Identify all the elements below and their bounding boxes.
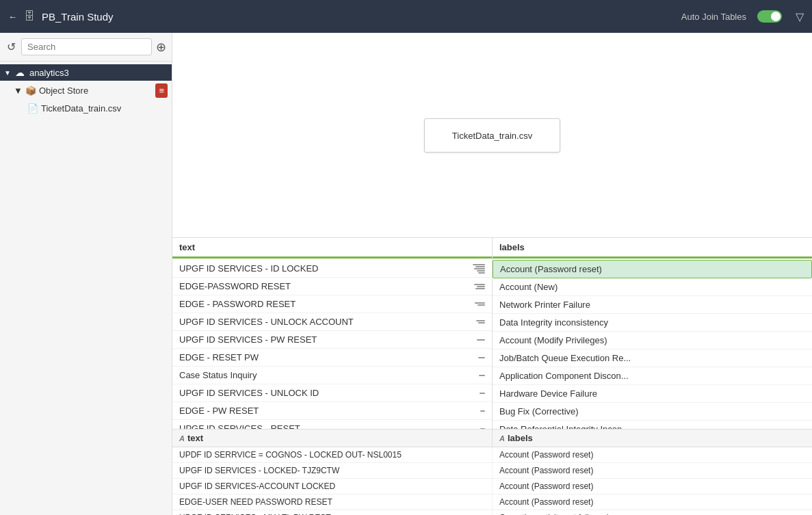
list-item: Data Integrity inconsistency: [493, 314, 812, 332]
filter-icon[interactable]: ▽: [796, 10, 804, 23]
list-item: EDGE - PASSWORD RESET: [172, 295, 492, 313]
labels-type-badge: A: [499, 434, 505, 443]
list-item: Account (Modify Privileges): [493, 332, 812, 349]
object-store-action-button[interactable]: ≡: [155, 83, 168, 98]
text-cell: UPGF ID SERVICES - MY LTL PW REST...: [172, 510, 493, 515]
sidebar-top: ↺ ⊕: [0, 33, 172, 62]
object-store-label: Object Store: [39, 85, 88, 96]
labels-cell: Operative activity not followed...: [493, 510, 812, 515]
list-item: Account (New): [493, 278, 812, 296]
text-cell: UPDF ID SERRVICE = COGNOS - LOCKED OUT- …: [172, 447, 493, 462]
content-area: TicketData_train.csv text UPGF ID SERVIC…: [172, 33, 812, 515]
text-type-badge: A: [179, 434, 185, 443]
csv-label: TicketData_train.csv: [41, 103, 121, 114]
top-section: TicketData_train.csv: [172, 33, 812, 238]
page-title: PB_Train Study: [42, 11, 675, 23]
labels-col-header: labels: [493, 238, 812, 259]
back-button[interactable]: ←: [8, 12, 17, 22]
list-item: UPGF ID SERVICES - UNLOCK ID: [172, 384, 492, 402]
list-item: Data Referential Integrity Incon...: [493, 421, 812, 429]
mini-bars: [471, 375, 485, 376]
mini-bars: [471, 320, 485, 323]
data-header-text: A text: [172, 430, 493, 447]
data-header-row: A text A labels: [172, 430, 812, 447]
list-item: EDGE - RESET PW: [172, 349, 492, 367]
list-item: Case Status Inquiry: [172, 367, 492, 384]
labels-cell: Account (Password reset): [493, 463, 812, 478]
text-cell: UPGF ID SERVICES-ACCOUNT LOCKED: [172, 479, 493, 494]
db-icon: 🗄: [24, 10, 35, 23]
list-item: UPGF ID SERVICES - UNLOCK ACCOUNT: [172, 313, 492, 331]
data-header-labels: A labels: [493, 430, 812, 447]
labels-cell: Account (Password reset): [493, 479, 812, 494]
auto-join-toggle[interactable]: [757, 10, 782, 23]
columns-section: text UPGF ID SERVICES - ID LOCKED: [172, 238, 812, 430]
mini-bars: [471, 284, 485, 289]
list-item: Hardware Device Failure: [493, 385, 812, 403]
header: ← 🗄 PB_Train Study Auto Join Tables ▽: [0, 0, 812, 33]
list-item: UPGF ID SERVICES - PW RESET: [172, 331, 492, 349]
mini-bars: [471, 410, 485, 412]
obj-caret-icon: ▼: [14, 85, 23, 96]
list-item: Job/Batch Queue Execution Re...: [493, 349, 812, 367]
mini-bars: [471, 393, 485, 394]
object-store-node[interactable]: ▼ 📦 Object Store ≡: [0, 81, 172, 101]
ticket-card-label: TicketData_train.csv: [452, 131, 532, 141]
text-cell: EDGE-USER NEED PASSWORD RESET: [172, 494, 493, 510]
table-row: EDGE-USER NEED PASSWORD RESET Account (P…: [172, 494, 812, 510]
tree-area: ▼ ☁ analytics3 ▼ 📦 Object Store ≡ 📄 Tick…: [0, 62, 172, 515]
text-column-panel: text UPGF ID SERVICES - ID LOCKED: [172, 238, 493, 429]
list-item: Bug Fix (Corrective): [493, 403, 812, 421]
csv-file-node[interactable]: 📄 TicketData_train.csv: [0, 101, 172, 116]
labels-column-panel: labels Account (Password reset) Account …: [493, 238, 812, 429]
list-item: UPGF ID SERVICES - ID LOCKED: [172, 260, 492, 278]
add-button[interactable]: ⊕: [156, 41, 166, 53]
mini-bars: [471, 264, 485, 274]
caret-icon: ▼: [4, 69, 11, 77]
auto-join-label: Auto Join Tables: [681, 12, 746, 22]
list-item: EDGE - PW RESET: [172, 402, 492, 420]
mini-bars: [471, 357, 485, 358]
search-input[interactable]: [21, 38, 152, 55]
list-item: UPGF ID SERVICES - RESET: [172, 420, 492, 429]
table-row: UPGF ID SERVICES-ACCOUNT LOCKED Account …: [172, 479, 812, 494]
sidebar: ↺ ⊕ ▼ ☁ analytics3 ▼ 📦 Object Store ≡: [0, 33, 172, 515]
text-col-list: UPGF ID SERVICES - ID LOCKED EDGE-PASSWO…: [172, 259, 492, 429]
analytics3-label: analytics3: [29, 68, 168, 78]
refresh-button[interactable]: ↺: [5, 39, 17, 55]
list-item: Network Printer Failure: [493, 296, 812, 314]
text-cell: UPGF ID SERVICES - LOCKED- TJZ9CTW: [172, 463, 493, 478]
labels-cell: Account (Password reset): [493, 447, 812, 462]
table-row: UPGF ID SERVICES - MY LTL PW REST... Ope…: [172, 510, 812, 515]
labels-col-list: Account (Password reset) Account (New) N…: [493, 259, 812, 429]
table-row: UPDF ID SERRVICE = COGNOS - LOCKED OUT- …: [172, 447, 812, 463]
labels-cell: Account (Password reset): [493, 494, 812, 510]
mini-bars: [471, 302, 485, 306]
list-item: EDGE-PASSWORD RESET: [172, 278, 492, 295]
list-item: Application Component Discon...: [493, 367, 812, 385]
main-layout: ↺ ⊕ ▼ ☁ analytics3 ▼ 📦 Object Store ≡: [0, 33, 812, 515]
mini-bars: [471, 428, 485, 430]
tree-node-analytics3[interactable]: ▼ ☁ analytics3: [0, 64, 172, 81]
list-item: Account (Password reset): [493, 260, 812, 278]
analytics-icon: ☁: [15, 67, 25, 78]
mini-bars: [471, 339, 485, 341]
data-section: A text A labels UPDF ID SERRVICE = COGNO…: [172, 430, 812, 515]
ticket-card[interactable]: TicketData_train.csv: [424, 118, 560, 153]
obj-store-icon: 📦: [25, 85, 36, 96]
csv-icon: 📄: [27, 103, 38, 114]
text-col-header: text: [172, 238, 492, 259]
table-row: UPGF ID SERVICES - LOCKED- TJZ9CTW Accou…: [172, 463, 812, 479]
